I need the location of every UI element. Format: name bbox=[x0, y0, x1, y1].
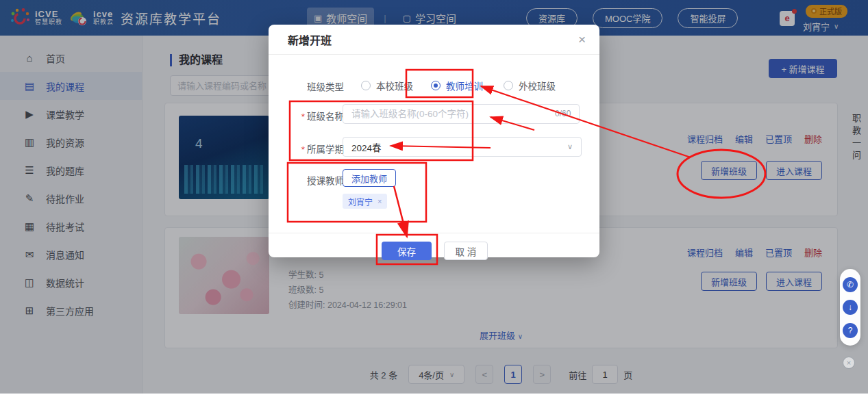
help-icon[interactable]: ? bbox=[843, 323, 858, 338]
class-type-label: 班级类型 bbox=[293, 79, 344, 93]
radio-circle-icon bbox=[431, 81, 441, 90]
radio-label: 外校班级 bbox=[519, 79, 556, 92]
radio-circle-icon bbox=[504, 81, 513, 90]
class-type-radio-group: 本校班级 教师培训 外校班级 bbox=[361, 79, 556, 92]
add-class-dialog: 新增开班 × 班级类型 本校班级 教师培训 外校班级 *班级名称 0/60 *所… bbox=[269, 25, 599, 257]
dialog-title: 新增开班 bbox=[269, 25, 599, 55]
semester-label: *所属学期 bbox=[293, 142, 344, 155]
customer-service-icon[interactable]: ✆ bbox=[843, 277, 858, 292]
radio-external-school-class[interactable]: 外校班级 bbox=[504, 79, 556, 92]
teacher-tag-name: 刘宵宁 bbox=[348, 196, 373, 207]
remove-tag-icon[interactable]: × bbox=[377, 197, 382, 205]
floating-toolbar: ✆ ↓ ? bbox=[840, 269, 860, 346]
radio-circle-icon bbox=[361, 81, 371, 90]
class-name-label: *班级名称 bbox=[293, 109, 344, 123]
radio-teacher-training[interactable]: 教师培训 bbox=[431, 79, 483, 92]
chevron-down-icon: ∨ bbox=[567, 142, 573, 151]
teacher-label: 授课教师 bbox=[293, 173, 344, 187]
char-counter: 0/60 bbox=[555, 109, 571, 118]
download-icon[interactable]: ↓ bbox=[843, 300, 858, 315]
close-icon[interactable]: × bbox=[578, 33, 586, 47]
teacher-tag: 刘宵宁 × bbox=[343, 194, 387, 209]
dialog-footer: 保存 取 消 bbox=[269, 233, 599, 257]
close-toolbar-icon[interactable]: × bbox=[843, 357, 855, 369]
semester-value: 2024春 bbox=[351, 140, 382, 154]
add-teacher-button[interactable]: 添加教师 bbox=[343, 169, 396, 187]
radio-own-school-class[interactable]: 本校班级 bbox=[361, 79, 413, 92]
radio-label: 教师培训 bbox=[446, 79, 483, 92]
cancel-button[interactable]: 取 消 bbox=[444, 242, 488, 260]
save-button[interactable]: 保存 bbox=[382, 242, 432, 260]
radio-label: 本校班级 bbox=[376, 79, 413, 92]
class-name-input[interactable] bbox=[343, 104, 580, 124]
semester-select[interactable]: 2024春 ∨ bbox=[343, 137, 582, 157]
